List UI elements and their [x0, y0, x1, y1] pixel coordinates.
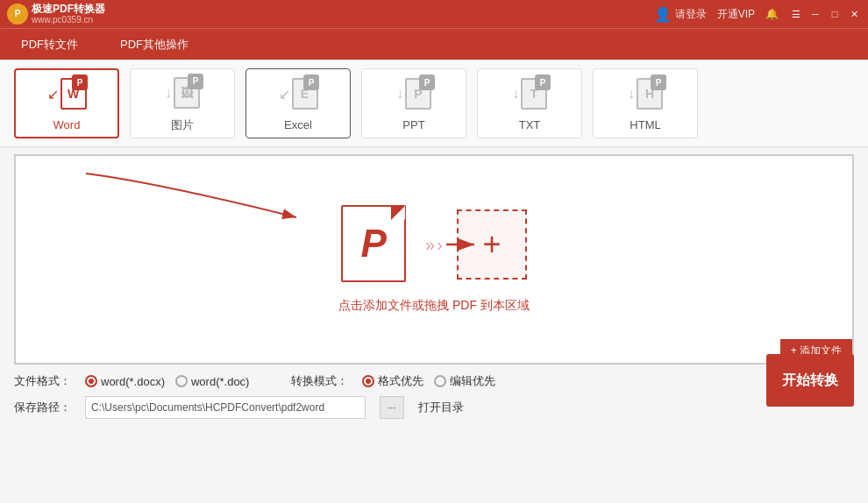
logo-icon: P — [7, 4, 28, 25]
tab-html[interactable]: P ↓ H HTML — [593, 68, 698, 138]
arrow-down-image: ↓ — [165, 85, 172, 101]
options-panel: 文件格式： word(*.docx) word(*.doc) 转换模式： 格式优… — [0, 365, 868, 424]
format-docx-option[interactable]: word(*.docx) — [85, 375, 165, 388]
minimize-button[interactable]: ─ — [808, 7, 822, 21]
bottom-section: 文件格式： word(*.docx) word(*.doc) 转换模式： 格式优… — [0, 365, 868, 424]
excel-icon-area: P ↙ E — [277, 74, 319, 113]
convert-label: 转换模式： — [291, 373, 348, 389]
format-toolbar: P ↙ W Word P ↓ 🖼 图片 P ↙ — [0, 60, 868, 147]
convert-radio-group: 格式优先 编辑优先 — [362, 373, 495, 389]
tab-ppt[interactable]: P ↓ P PPT — [361, 68, 466, 138]
format-radio-group: word(*.docx) word(*.doc) — [85, 375, 249, 388]
html-icon-area: P ↓ H — [624, 74, 666, 113]
arrow-down-txt: ↓ — [512, 86, 519, 102]
arrow-down-html: ↓ — [628, 86, 635, 102]
arrow-1: » — [425, 235, 435, 255]
pdf-badge-html: P — [651, 74, 666, 90]
login-area[interactable]: 👤 请登录 — [654, 6, 707, 23]
pdf-badge-word: P — [72, 74, 88, 90]
tab-word[interactable]: P ↙ W Word — [14, 68, 119, 138]
arrow-down-excel: ↙ — [279, 86, 290, 103]
content-wrapper: P » › — [0, 147, 868, 365]
titlebar: P 极速PDF转换器 www.pc0359.cn 👤 请登录 开通VIP 🔔 ☰… — [0, 0, 868, 28]
open-dir-button[interactable]: 打开目录 — [418, 400, 464, 415]
tab-ppt-label: PPT — [402, 118, 424, 131]
path-label: 保存路径： — [14, 400, 71, 415]
maximize-button[interactable]: □ — [828, 7, 842, 21]
arrow-decoration — [68, 165, 375, 252]
format-doc-radio[interactable] — [175, 375, 188, 387]
convert-edit-option[interactable]: 编辑优先 — [434, 373, 495, 389]
logo-subtitle: www.pc0359.cn — [32, 15, 105, 25]
image-icon-area: P ↓ 🖼 — [161, 74, 203, 112]
app-title: 极速PDF转换器 — [32, 3, 105, 15]
tab-excel[interactable]: P ↙ E Excel — [245, 68, 351, 138]
txt-icon-area: P ↓ T — [509, 74, 551, 113]
save-path-input[interactable] — [85, 396, 366, 419]
format-label: 文件格式： — [14, 373, 71, 389]
tab-image[interactable]: P ↓ 🖼 图片 — [130, 68, 235, 138]
drop-icons: P » › — [341, 205, 527, 284]
pdf-letter: P — [360, 224, 386, 263]
menu-pdf-to-file[interactable]: PDF转文件 — [14, 33, 85, 56]
drop-instruction: 点击添加文件或拖拽 PDF 到本区域 — [338, 298, 530, 314]
start-button-label: 开始转换 — [782, 372, 838, 390]
window-controls: ☰ ─ □ ✕ — [789, 7, 861, 21]
format-docx-radio[interactable] — [85, 375, 97, 387]
convert-arrows: » › — [425, 235, 443, 255]
word-icon-area: P ↙ W — [46, 74, 88, 113]
logo-area: P 极速PDF转换器 www.pc0359.cn — [7, 3, 105, 25]
arrow-down-ppt: ↓ — [396, 86, 403, 102]
pdf-badge-ppt: P — [419, 74, 435, 90]
format-doc-label: word(*.doc) — [191, 375, 249, 388]
options-row-2: 保存路径： ··· 打开目录 — [14, 396, 854, 419]
convert-edit-label: 编辑优先 — [450, 373, 495, 389]
start-convert-button[interactable]: 开始转换 — [766, 354, 854, 407]
titlebar-left: P 极速PDF转换器 www.pc0359.cn — [7, 3, 105, 25]
tab-txt[interactable]: P ↓ T TXT — [477, 68, 582, 138]
arrow-2: › — [437, 235, 443, 255]
browse-button[interactable]: ··· — [380, 396, 404, 419]
ppt-icon-area: P ↓ P — [393, 74, 435, 113]
options-row-1: 文件格式： word(*.docx) word(*.doc) 转换模式： 格式优… — [14, 373, 854, 389]
vip-button[interactable]: 开通VIP — [717, 7, 755, 22]
tab-word-label: Word — [53, 118, 81, 131]
menu-pdf-other[interactable]: PDF其他操作 — [113, 33, 196, 56]
tab-txt-label: TXT — [519, 118, 541, 131]
drop-content: P » › — [338, 205, 530, 314]
convert-format-option[interactable]: 格式优先 — [362, 373, 423, 389]
convert-format-radio[interactable] — [362, 375, 374, 387]
format-docx-label: word(*.docx) — [101, 375, 165, 388]
titlebar-right: 👤 请登录 开通VIP 🔔 ☰ ─ □ ✕ — [654, 6, 861, 23]
arrow-down-word: ↙ — [47, 86, 59, 103]
pdf-badge-txt: P — [535, 74, 551, 90]
pdf-document-icon: P — [341, 205, 411, 284]
format-doc-option[interactable]: word(*.doc) — [175, 375, 249, 388]
pdf-badge-excel: P — [303, 74, 319, 90]
tab-image-label: 图片 — [171, 117, 194, 133]
pdf-badge-image: P — [188, 74, 203, 89]
user-icon: 👤 — [654, 6, 672, 23]
convert-edit-radio[interactable] — [434, 375, 446, 387]
bell-icon: 🔔 — [765, 8, 779, 20]
menu-icon[interactable]: ☰ — [789, 7, 803, 21]
plus-icon: + — [482, 229, 501, 260]
drop-zone[interactable]: P » › — [14, 154, 854, 365]
menubar: PDF转文件 PDF其他操作 — [0, 28, 868, 60]
login-button[interactable]: 请登录 — [675, 7, 707, 22]
tab-html-label: HTML — [630, 118, 660, 131]
arrow-right-icon — [446, 236, 481, 253]
tab-excel-label: Excel — [284, 118, 312, 131]
close-button[interactable]: ✕ — [847, 7, 861, 21]
convert-format-label: 格式优先 — [378, 373, 423, 389]
